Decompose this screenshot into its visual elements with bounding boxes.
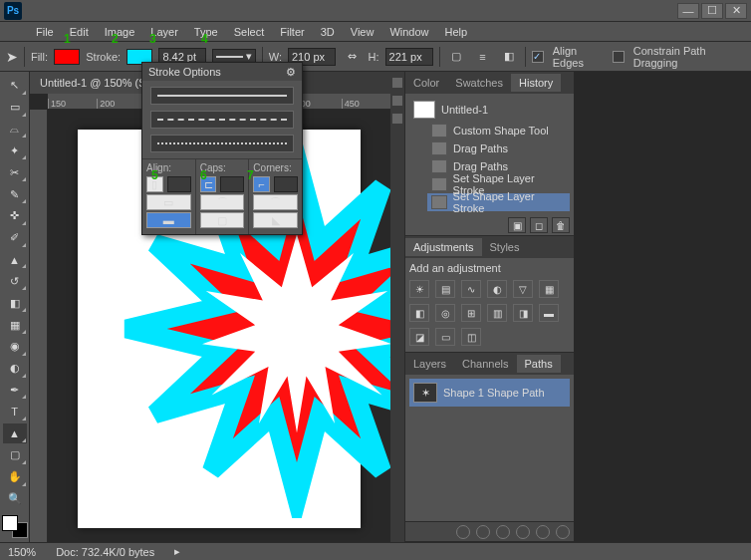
stamp-tool[interactable]: ▲ xyxy=(3,250,27,270)
path-mask-icon[interactable] xyxy=(516,525,530,539)
pen-tool[interactable]: ✒ xyxy=(3,381,27,401)
collapsed-panel-icon[interactable] xyxy=(392,78,402,88)
path-combine-icon[interactable]: ▢ xyxy=(446,46,467,68)
toolbox: ↖ ▭ ⌓ ✦ ✂ ✎ ✜ ✐ ▲ ↺ ◧ ▦ ◉ ◐ ✒ T ▲ ▢ ✋ 🔍 xyxy=(0,72,30,542)
wand-tool[interactable]: ✦ xyxy=(3,140,27,160)
eyedropper-tool[interactable]: ✎ xyxy=(3,184,27,204)
menu-3d[interactable]: 3D xyxy=(313,24,343,40)
cap-value[interactable] xyxy=(220,176,244,192)
path-select-tool[interactable]: ▲ xyxy=(3,423,27,443)
heal-tool[interactable]: ✜ xyxy=(3,206,27,226)
corner-bevel[interactable]: ◣ xyxy=(253,212,298,228)
menu-filter[interactable]: Filter xyxy=(272,24,312,40)
stroke-style-dotted[interactable] xyxy=(150,135,294,152)
link-wh-icon[interactable]: ⇔ xyxy=(342,46,363,68)
align-edges-checkbox[interactable] xyxy=(532,51,543,63)
minimize-button[interactable]: — xyxy=(677,3,699,19)
collapsed-panel-icon[interactable] xyxy=(392,96,402,106)
align-outside[interactable]: ▬ xyxy=(146,212,191,228)
dodge-tool[interactable]: ◐ xyxy=(3,359,27,379)
adj-levels-icon[interactable]: ▤ xyxy=(435,280,455,298)
paths-item[interactable]: ✶ Shape 1 Shape Path xyxy=(409,379,570,407)
menu-help[interactable]: Help xyxy=(437,24,476,40)
adj-threshold-icon[interactable]: ◪ xyxy=(409,328,429,346)
path-delete-icon[interactable] xyxy=(556,525,570,539)
path-stroke-icon[interactable] xyxy=(476,525,490,539)
stroke-style-solid[interactable] xyxy=(150,87,294,105)
history-document-row[interactable]: Untitled-1 xyxy=(409,98,570,122)
path-selection-icon[interactable] xyxy=(496,525,510,539)
adj-brightness-icon[interactable]: ☀ xyxy=(409,280,429,298)
collapsed-panel-icon[interactable] xyxy=(392,114,402,124)
history-delete-icon[interactable]: 🗑 xyxy=(552,217,570,233)
shape-tool[interactable]: ▢ xyxy=(3,445,27,465)
adj-photo-filter-icon[interactable]: ◎ xyxy=(435,304,455,322)
menu-select[interactable]: Select xyxy=(226,24,273,40)
annotation-1: 1 xyxy=(64,32,71,46)
foreground-background-swatch[interactable] xyxy=(2,515,28,538)
adj-selective-icon[interactable]: ◫ xyxy=(461,328,481,346)
cap-round[interactable]: ⌒ xyxy=(200,194,245,210)
tab-swatches[interactable]: Swatches xyxy=(447,74,511,92)
corner-miter[interactable]: ⌐ xyxy=(253,176,270,192)
history-step[interactable]: Custom Shape Tool xyxy=(427,122,570,140)
eraser-tool[interactable]: ◧ xyxy=(3,293,27,313)
brush-tool[interactable]: ✐ xyxy=(3,228,27,248)
status-arrow-icon[interactable]: ▸ xyxy=(174,545,180,558)
adj-lut-icon[interactable]: ▥ xyxy=(487,304,507,322)
marquee-tool[interactable]: ▭ xyxy=(3,98,27,118)
stroke-style-dashed[interactable] xyxy=(150,111,294,129)
move-tool[interactable]: ↖ xyxy=(3,76,27,96)
height-input[interactable] xyxy=(385,48,433,66)
adj-hue-icon[interactable]: ▦ xyxy=(539,280,559,298)
history-step[interactable]: Drag Paths xyxy=(427,140,570,157)
history-step[interactable]: Set Shape Layer Stroke xyxy=(427,193,570,211)
adj-bw-icon[interactable]: ◧ xyxy=(409,304,429,322)
adj-vibrance-icon[interactable]: ▽ xyxy=(513,280,533,298)
annotation-5: 5 xyxy=(151,168,158,182)
align-center[interactable]: ▭ xyxy=(146,194,191,210)
tab-history[interactable]: History xyxy=(511,74,561,92)
tab-styles[interactable]: Styles xyxy=(482,238,528,256)
adj-exposure-icon[interactable]: ◐ xyxy=(487,280,507,298)
zoom-level[interactable]: 150% xyxy=(8,546,36,558)
crop-tool[interactable]: ✂ xyxy=(3,162,27,182)
corner-round[interactable]: ⌒ xyxy=(253,194,298,210)
gradient-tool[interactable]: ▦ xyxy=(3,315,27,335)
adj-posterize-icon[interactable]: ▬ xyxy=(539,304,559,322)
tab-layers[interactable]: Layers xyxy=(405,355,454,373)
path-fill-icon[interactable] xyxy=(456,525,470,539)
zoom-tool[interactable]: 🔍 xyxy=(3,489,27,509)
cap-square[interactable]: ▢ xyxy=(200,212,245,228)
menu-image[interactable]: Image xyxy=(97,24,143,40)
tab-color[interactable]: Color xyxy=(405,74,447,92)
adj-gradient-map-icon[interactable]: ▭ xyxy=(435,328,455,346)
align-value[interactable] xyxy=(167,176,191,192)
adj-curves-icon[interactable]: ∿ xyxy=(461,280,481,298)
menu-file[interactable]: File xyxy=(28,24,62,40)
annotation-6: 6 xyxy=(200,168,207,182)
menu-window[interactable]: Window xyxy=(381,24,436,40)
blur-tool[interactable]: ◉ xyxy=(3,337,27,357)
constrain-checkbox[interactable] xyxy=(613,51,624,63)
hand-tool[interactable]: ✋ xyxy=(3,467,27,487)
menu-view[interactable]: View xyxy=(343,24,382,40)
tab-channels[interactable]: Channels xyxy=(454,355,516,373)
maximize-button[interactable]: ☐ xyxy=(701,3,723,19)
type-tool[interactable]: T xyxy=(3,402,27,421)
history-brush-tool[interactable]: ↺ xyxy=(3,271,27,291)
path-align-icon[interactable]: ≡ xyxy=(472,46,493,68)
tab-adjustments[interactable]: Adjustments xyxy=(405,238,482,256)
adj-invert-icon[interactable]: ◨ xyxy=(513,304,533,322)
history-new-icon[interactable]: ◻ xyxy=(530,217,548,233)
tab-paths[interactable]: Paths xyxy=(517,355,561,373)
close-button[interactable]: ✕ xyxy=(725,3,747,19)
adj-channel-mixer-icon[interactable]: ⊞ xyxy=(461,304,481,322)
lasso-tool[interactable]: ⌓ xyxy=(3,120,27,140)
corner-value[interactable] xyxy=(274,176,298,192)
fill-swatch[interactable] xyxy=(54,49,80,65)
path-new-icon[interactable] xyxy=(536,525,550,539)
path-arrange-icon[interactable]: ◧ xyxy=(499,46,520,68)
popup-gear-icon[interactable]: ⚙ xyxy=(286,66,296,79)
history-snapshot-icon[interactable]: ▣ xyxy=(508,217,526,233)
